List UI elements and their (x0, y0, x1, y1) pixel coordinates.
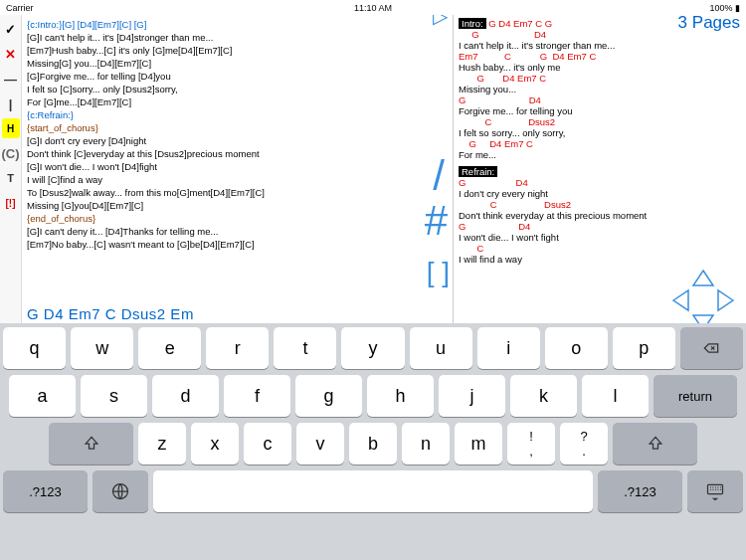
editor-line[interactable]: To [Dsus2]walk away... from this mo[G]me… (27, 186, 448, 199)
key-period[interactable]: ?. (560, 423, 608, 465)
chord-line: G D4 Em7 C (459, 138, 741, 149)
chord-line: G D4 (459, 221, 741, 232)
hide-keyboard-key[interactable] (687, 470, 743, 512)
chord-line: Em7 C G D4 Em7 C (459, 51, 741, 62)
editor-line[interactable]: [Em7]Hush baby...[C] it's only [G]me[D4]… (27, 44, 448, 57)
page-count: 3 Pages (678, 17, 740, 28)
warning-button[interactable]: [!] (2, 193, 20, 213)
text-button[interactable]: T (2, 168, 20, 188)
lyric-line: Missing you... (459, 84, 741, 94)
chord-line: C (459, 243, 741, 254)
editor-line[interactable]: [Em7]No baby...[C] wasn't meant to [G]be… (27, 238, 448, 251)
chord-line: G D4 (459, 94, 741, 105)
editor-line[interactable]: {start_of_chorus} (27, 121, 448, 134)
chord-suggestions[interactable]: G D4 Em7 C Dsus2 Em (27, 307, 194, 320)
intro-label: Intro: (459, 18, 486, 29)
shift-key[interactable] (49, 423, 133, 465)
key-d[interactable]: d (152, 375, 219, 417)
key-p[interactable]: p (613, 327, 675, 369)
slash-button[interactable]: / (433, 169, 445, 182)
minus-button[interactable]: — (2, 69, 20, 89)
lyric-line: I won't die... I won't fight (459, 232, 741, 243)
editor-line[interactable]: I felt so [C]sorry... only [Dsus2]sorry, (27, 83, 448, 95)
lyric-line: I don't cry every night (459, 188, 741, 199)
chord-line: C Dsus2 (459, 116, 741, 127)
key-i[interactable]: i (477, 327, 540, 369)
key-a[interactable]: a (9, 375, 76, 417)
lyric-line: For me... (459, 149, 741, 160)
navigation-dpad[interactable] (668, 266, 738, 323)
key-l[interactable]: l (582, 375, 649, 417)
lyric-line: Hush baby... it's only me (459, 62, 741, 73)
lyric-line: Forgive me... for telling you (459, 105, 741, 116)
time-label: 11:10 AM (354, 3, 392, 13)
pipe-button[interactable]: | (2, 93, 20, 113)
editor-line[interactable]: {end_of_chorus} (27, 212, 448, 225)
battery-label: 100% ▮ (709, 3, 740, 13)
play-icon[interactable]: ▷ (433, 15, 448, 23)
key-e[interactable]: e (138, 327, 201, 369)
editor-line[interactable]: [G]I can't help it... it's [D4]stronger … (27, 31, 448, 44)
key-comma[interactable]: !, (507, 423, 555, 465)
key-y[interactable]: y (341, 327, 404, 369)
editor-line[interactable]: [G]I don't cry every [D4]night (27, 134, 448, 147)
key-u[interactable]: u (410, 327, 472, 369)
editor-line[interactable]: {c:Refrain:} (27, 108, 448, 121)
highlight-button[interactable]: H (2, 118, 20, 138)
left-toolbar: ✓ ✕ — | H (C) T [!] (0, 15, 22, 323)
editor-line[interactable]: Missing[G] you...[D4][Em7][C] (27, 57, 448, 70)
preview-pane: 3 Pages Intro: G D4 Em7 C G G D4I can't … (453, 15, 746, 323)
space-key[interactable] (153, 470, 593, 512)
shift-key-right[interactable] (613, 423, 697, 465)
keyboard: qwertyuiop asdfghjklreturn zxcvbnm!,?. .… (0, 323, 746, 560)
editor-line[interactable]: {c:Intro:}[G] [D4][Em7][C] [G] (27, 18, 448, 31)
key-g[interactable]: g (295, 375, 362, 417)
lyric-line: I felt so sorry... only sorry, (459, 127, 741, 138)
editor-line[interactable]: [G]Forgive me... for telling [D4]you (27, 70, 448, 83)
carrier-label: Carrier (6, 3, 34, 13)
key-m[interactable]: m (455, 423, 502, 465)
intro-chords: G D4 Em7 C G (486, 18, 553, 29)
brackets-button[interactable]: [ ] (427, 266, 450, 279)
key-x[interactable]: x (191, 423, 239, 465)
lyric-line: Don't think everyday at this precious mo… (459, 210, 741, 221)
chord-button[interactable]: (C) (2, 143, 20, 163)
key-q[interactable]: q (3, 327, 66, 369)
key-s[interactable]: s (81, 375, 147, 417)
lyric-line: I will find a way (459, 254, 741, 265)
accept-button[interactable]: ✓ (2, 19, 20, 39)
cancel-button[interactable]: ✕ (2, 44, 20, 64)
editor-line[interactable]: For [G]me...[D4][Em7][C] (27, 95, 448, 108)
backspace-key[interactable] (680, 327, 743, 369)
key-f[interactable]: f (224, 375, 290, 417)
chord-line: G D4 Em7 C (459, 73, 741, 84)
key-o[interactable]: o (545, 327, 608, 369)
editor-line[interactable]: Don't think [C]everyday at this [Dsus2]p… (27, 147, 448, 160)
key-c[interactable]: c (244, 423, 291, 465)
key-h[interactable]: h (367, 375, 434, 417)
key-b[interactable]: b (349, 423, 397, 465)
chord-line: C Dsus2 (459, 199, 741, 210)
key-t[interactable]: t (274, 327, 336, 369)
key-z[interactable]: z (138, 423, 186, 465)
chord-line: G D4 (459, 177, 741, 188)
editor-line[interactable]: [G]I can't deny it... [D4]Thanks for tel… (27, 225, 448, 238)
hash-button[interactable]: # (425, 214, 448, 227)
source-editor[interactable]: {c:Intro:}[G] [D4][Em7][C] [G] [G]I can'… (22, 15, 453, 323)
key-w[interactable]: w (71, 327, 133, 369)
key-n[interactable]: n (402, 423, 450, 465)
editor-line[interactable]: I will [C]find a way (27, 173, 448, 186)
globe-key[interactable] (93, 470, 148, 512)
key-v[interactable]: v (296, 423, 344, 465)
editor-line[interactable]: [G]I won't die... I won't [D4]fight (27, 160, 448, 173)
key-k[interactable]: k (510, 375, 577, 417)
numbers-key[interactable]: .?123 (3, 470, 88, 512)
return-key[interactable]: return (653, 375, 737, 417)
editor-line[interactable]: Missing [G]you[D4][Em7][C] (27, 199, 448, 212)
key-r[interactable]: r (206, 327, 269, 369)
numbers-key-right[interactable]: .?123 (598, 470, 682, 512)
refrain-label: Refrain: (459, 166, 497, 177)
key-j[interactable]: j (439, 375, 505, 417)
lyric-line: I can't help it... it's stronger than me… (459, 40, 741, 51)
